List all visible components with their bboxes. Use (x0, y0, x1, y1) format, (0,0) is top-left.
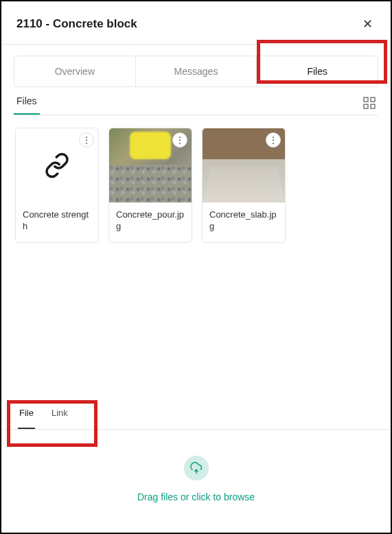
cloud-upload-icon (190, 462, 203, 474)
files-subtab[interactable]: Files (14, 87, 40, 115)
upload-tab-link[interactable]: Link (50, 398, 69, 429)
file-name-label: Concrete strength (16, 202, 98, 242)
upload-tab-file[interactable]: File (18, 398, 35, 429)
upload-dropzone[interactable]: Drag files or click to browse (3, 430, 389, 531)
grid-icon (363, 97, 376, 109)
more-vertical-icon: ⋮ (175, 135, 185, 146)
modal-header: 2110 - Concrete block ✕ (1, 1, 391, 44)
file-menu-button[interactable]: ⋮ (79, 132, 94, 148)
tab-overview[interactable]: Overview (14, 56, 136, 87)
tab-messages[interactable]: Messages (136, 56, 257, 87)
more-vertical-icon: ⋮ (82, 135, 91, 146)
modal-title: 2110 - Concrete block (16, 17, 137, 31)
upload-icon-wrap (184, 456, 209, 480)
file-name-label: Concrete_pour.jpg (109, 202, 192, 242)
file-card[interactable]: ⋮ Concrete_pour.jpg (108, 128, 192, 243)
file-card[interactable]: ⋮ Concrete_slab.jpg (202, 128, 286, 243)
close-icon: ✕ (362, 17, 373, 31)
upload-prompt-text: Drag files or click to browse (16, 491, 376, 502)
main-tabs: Overview Messages Files (1, 45, 391, 87)
file-menu-button[interactable]: ⋮ (172, 132, 187, 148)
svg-rect-3 (371, 104, 375, 108)
link-icon (44, 152, 70, 178)
files-grid: ⋮ Concrete strength ⋮ Concrete_pour.jpg … (1, 115, 391, 255)
files-subheader: Files (14, 87, 378, 115)
svg-rect-2 (364, 104, 368, 108)
svg-rect-1 (371, 97, 375, 102)
svg-rect-0 (364, 97, 368, 102)
upload-section: File Link Drag files or click to browse (3, 398, 389, 531)
file-menu-button[interactable]: ⋮ (266, 132, 281, 148)
file-card[interactable]: ⋮ Concrete strength (15, 128, 99, 243)
close-button[interactable]: ✕ (360, 14, 376, 34)
upload-type-tabs: File Link (3, 398, 389, 430)
tab-files[interactable]: Files (256, 56, 378, 87)
grid-view-button[interactable] (360, 91, 378, 115)
more-vertical-icon: ⋮ (268, 135, 278, 146)
file-name-label: Concrete_slab.jpg (203, 202, 285, 242)
